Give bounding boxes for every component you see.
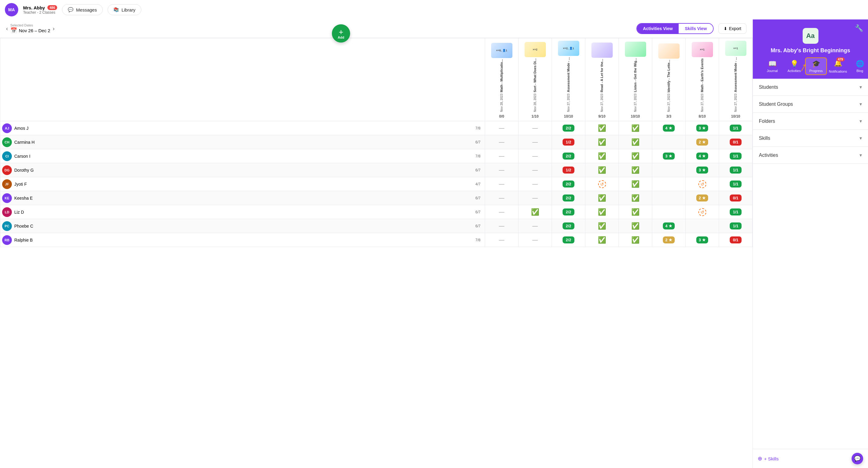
table-row[interactable]: PC Phoebe C 6/7 ——2/2✅✅4 ★1/1 xyxy=(0,219,752,233)
cell-5-5[interactable] xyxy=(652,191,686,205)
cell-8-6[interactable]: 3 ★ xyxy=(686,233,719,247)
cell-1-7[interactable]: 0/1 xyxy=(719,135,752,149)
cell-5-3[interactable]: ✅ xyxy=(585,191,619,205)
cell-0-7[interactable]: 1/1 xyxy=(719,121,752,135)
cell-2-1[interactable]: — xyxy=(519,149,552,163)
add-skills-button[interactable]: ⊕ + Skills xyxy=(758,455,779,462)
cell-0-3[interactable]: ✅ xyxy=(585,121,619,135)
accordion-students-header[interactable]: Students ▾ xyxy=(753,79,868,95)
cell-7-3[interactable]: ✅ xyxy=(585,219,619,233)
cell-6-5[interactable] xyxy=(652,205,686,219)
cell-6-3[interactable]: ✅ xyxy=(585,205,619,219)
skills-view-button[interactable]: Skills View xyxy=(679,24,713,33)
cell-4-4[interactable]: ✅ xyxy=(619,177,652,191)
column-header-3[interactable]: Read - A Let for the... Nov 27, 2023 9/1… xyxy=(585,38,619,121)
cell-0-6[interactable]: 3 ★ xyxy=(686,121,719,135)
cell-7-7[interactable]: 1/1 xyxy=(719,219,752,233)
cell-4-6[interactable]: ↺ xyxy=(686,177,719,191)
table-row[interactable]: DG Dorothy G 6/7 ——1/2✅✅3 ★1/1 xyxy=(0,163,752,177)
cell-1-6[interactable]: 2 ★ xyxy=(686,135,719,149)
cell-5-7[interactable]: 0/1 xyxy=(719,191,752,205)
sidebar-nav-blog[interactable]: 🌐 Blog xyxy=(849,58,868,74)
cell-4-0[interactable]: — xyxy=(485,177,519,191)
cell-7-0[interactable]: — xyxy=(485,219,519,233)
cell-2-6[interactable]: 4 ★ xyxy=(686,149,719,163)
column-header-6[interactable]: ×=1 Math - Earth's Events Nov 27, 2023 8… xyxy=(686,38,719,121)
table-row[interactable]: LD Liz D 6/7 —✅2/2✅✅↺1/1 xyxy=(0,205,752,219)
table-row[interactable]: JF Jyoti F 4/7 ——2/2↺✅↺1/1 xyxy=(0,177,752,191)
column-header-2[interactable]: ×=2, 👤1 Assessment Mode - ... Nov 27, 20… xyxy=(552,38,585,121)
messages-button[interactable]: 💬 Messages xyxy=(62,4,102,15)
cell-3-6[interactable]: 3 ★ xyxy=(686,163,719,177)
accordion-activities-header[interactable]: Activities ▾ xyxy=(753,147,868,163)
sidebar-nav-notifications[interactable]: 🔔 479 Notifications xyxy=(827,57,849,75)
cell-6-1[interactable]: ✅ xyxy=(519,205,552,219)
cell-3-4[interactable]: ✅ xyxy=(619,163,652,177)
cell-4-3[interactable]: ↺ xyxy=(585,177,619,191)
cell-5-2[interactable]: 2/2 xyxy=(552,191,585,205)
cell-3-3[interactable]: ✅ xyxy=(585,163,619,177)
cell-8-0[interactable]: — xyxy=(485,233,519,247)
cell-8-1[interactable]: — xyxy=(519,233,552,247)
cell-3-2[interactable]: 1/2 xyxy=(552,163,585,177)
cell-4-5[interactable] xyxy=(652,177,686,191)
cell-0-2[interactable]: 2/2 xyxy=(552,121,585,135)
cell-0-5[interactable]: 4 ★ xyxy=(652,121,686,135)
cell-7-4[interactable]: ✅ xyxy=(619,219,652,233)
accordion-folders-header[interactable]: Folders ▾ xyxy=(753,113,868,129)
cell-2-0[interactable]: — xyxy=(485,149,519,163)
export-button[interactable]: ⬇ Export xyxy=(718,23,746,34)
cell-1-3[interactable]: ✅ xyxy=(585,135,619,149)
accordion-skills-header[interactable]: Skills ▾ xyxy=(753,130,868,147)
column-header-0[interactable]: ×=8, 👤1 Math - Multiplicatio... Nov 28, … xyxy=(485,38,519,121)
column-header-5[interactable]: Identify - The Lette... Nov 27, 2023 3/3 xyxy=(652,38,686,121)
cell-4-7[interactable]: 1/1 xyxy=(719,177,752,191)
cell-8-4[interactable]: ✅ xyxy=(619,233,652,247)
cell-3-1[interactable]: — xyxy=(519,163,552,177)
sidebar-nav-progress[interactable]: 🎓 Progress xyxy=(805,57,827,75)
cell-4-1[interactable]: — xyxy=(519,177,552,191)
library-button[interactable]: 📚 Library xyxy=(107,4,141,15)
cell-2-7[interactable]: 1/1 xyxy=(719,149,752,163)
next-date-button[interactable]: › xyxy=(53,26,54,32)
cell-7-5[interactable]: 4 ★ xyxy=(652,219,686,233)
cell-0-4[interactable]: ✅ xyxy=(619,121,652,135)
cell-2-2[interactable]: 2/2 xyxy=(552,149,585,163)
accordion-student-groups-header[interactable]: Student Groups ▾ xyxy=(753,96,868,113)
cell-2-5[interactable]: 3 ★ xyxy=(652,149,686,163)
cell-1-4[interactable]: ✅ xyxy=(619,135,652,149)
cell-2-4[interactable]: ✅ xyxy=(619,149,652,163)
activities-view-button[interactable]: Activities View xyxy=(637,24,679,33)
cell-8-7[interactable]: 0/1 xyxy=(719,233,752,247)
cell-8-2[interactable]: 2/2 xyxy=(552,233,585,247)
cell-0-1[interactable]: — xyxy=(519,121,552,135)
wrench-icon[interactable]: 🔧 xyxy=(855,24,863,32)
cell-8-3[interactable]: ✅ xyxy=(585,233,619,247)
cell-7-1[interactable]: — xyxy=(519,219,552,233)
table-row[interactable]: RB Ralphie B 7/8 ——2/2✅✅2 ★3 ★0/1 xyxy=(0,233,752,247)
chat-support-button[interactable]: 💬 xyxy=(851,453,863,464)
cell-5-4[interactable]: ✅ xyxy=(619,191,652,205)
cell-3-5[interactable] xyxy=(652,163,686,177)
column-header-4[interactable]: Listen - Get the Wig... Nov 27, 2023 10/… xyxy=(619,38,652,121)
cell-5-1[interactable]: — xyxy=(519,191,552,205)
table-row[interactable]: CI Carson I 7/8 ——2/2✅✅3 ★4 ★1/1 xyxy=(0,149,752,163)
cell-3-7[interactable]: 1/1 xyxy=(719,163,752,177)
table-row[interactable]: CH Carmina H 6/7 ——1/2✅✅2 ★0/1 xyxy=(0,135,752,149)
cell-6-0[interactable]: — xyxy=(485,205,519,219)
cell-3-0[interactable]: — xyxy=(485,163,519,177)
cell-5-0[interactable]: — xyxy=(485,191,519,205)
cell-1-2[interactable]: 1/2 xyxy=(552,135,585,149)
cell-4-2[interactable]: 2/2 xyxy=(552,177,585,191)
add-button[interactable]: + Add xyxy=(332,24,350,42)
cell-6-2[interactable]: 2/2 xyxy=(552,205,585,219)
cell-6-4[interactable]: ✅ xyxy=(619,205,652,219)
cell-7-6[interactable] xyxy=(686,219,719,233)
cell-0-0[interactable]: — xyxy=(485,121,519,135)
cell-6-6[interactable]: ↺ xyxy=(686,205,719,219)
column-header-1[interactable]: ×=2 Sort - What Does Di... Nov 28, 2023 … xyxy=(519,38,552,121)
cell-8-5[interactable]: 2 ★ xyxy=(652,233,686,247)
cell-7-2[interactable]: 2/2 xyxy=(552,219,585,233)
column-header-7[interactable]: ×=1 Assessment Mode - ... Nov 27, 2023 1… xyxy=(719,38,752,121)
prev-date-button[interactable]: ‹ xyxy=(6,26,8,32)
